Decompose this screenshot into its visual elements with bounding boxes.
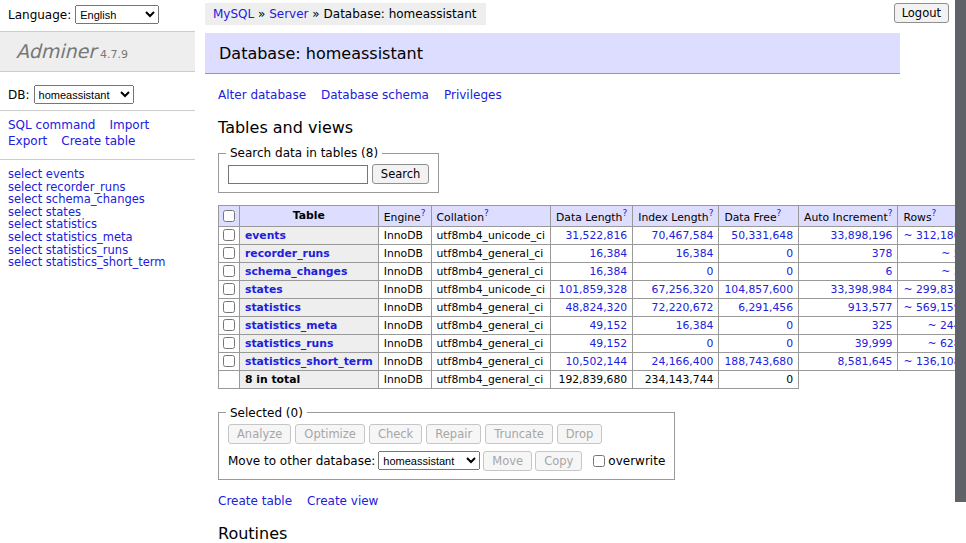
truncate-button[interactable]: Truncate bbox=[485, 424, 553, 444]
scrollbar-thumb[interactable] bbox=[955, 0, 966, 502]
rows-link[interactable]: ~ 569,159 bbox=[903, 301, 960, 314]
search-input[interactable] bbox=[228, 165, 368, 184]
index-length-link[interactable]: 67,256,320 bbox=[652, 283, 714, 296]
help-icon[interactable]: ? bbox=[622, 208, 627, 218]
db-select[interactable]: homeassistant bbox=[34, 85, 134, 104]
sidebar-action-create-table[interactable]: Create table bbox=[61, 134, 135, 148]
row-checkbox[interactable] bbox=[223, 265, 235, 277]
link-privileges[interactable]: Privileges bbox=[444, 88, 502, 102]
repair-button[interactable]: Repair bbox=[426, 424, 481, 444]
data-free-link[interactable]: 0 bbox=[786, 319, 793, 332]
index-length-link[interactable]: 16,384 bbox=[676, 247, 714, 260]
data-free-link[interactable]: 0 bbox=[786, 265, 793, 278]
row-checkbox[interactable] bbox=[223, 301, 235, 313]
help-icon[interactable]: ? bbox=[709, 208, 714, 218]
help-icon[interactable]: ? bbox=[888, 208, 893, 218]
page-title: Database: homeassistant bbox=[205, 33, 900, 74]
data-length-link[interactable]: 31,522,816 bbox=[565, 229, 627, 242]
row-checkbox[interactable] bbox=[223, 229, 235, 241]
table-link-recorder-runs[interactable]: recorder_runs bbox=[245, 247, 330, 260]
data-length-link[interactable]: 49,152 bbox=[589, 319, 627, 332]
breadcrumb-link-mysql[interactable]: MySQL bbox=[213, 7, 254, 21]
index-length-link[interactable]: 0 bbox=[707, 265, 714, 278]
select-all-checkbox[interactable] bbox=[223, 210, 235, 222]
sidebar-actions: SQL commandImportExportCreate table bbox=[0, 111, 195, 153]
app-name[interactable]: Adminer bbox=[16, 40, 96, 62]
data-free-link[interactable]: 188,743,680 bbox=[724, 355, 793, 368]
help-icon[interactable]: ? bbox=[484, 208, 489, 218]
data-free-link[interactable]: 50,331,648 bbox=[731, 229, 793, 242]
breadcrumb-link-server[interactable]: Server bbox=[269, 7, 308, 21]
table-link-events[interactable]: events bbox=[245, 229, 286, 242]
logout-button[interactable]: Logout bbox=[894, 3, 949, 23]
data-length-link[interactable]: 49,152 bbox=[589, 337, 627, 350]
auto-increment-link[interactable]: 8,581,645 bbox=[837, 355, 892, 368]
index-length-link[interactable]: 70,467,584 bbox=[652, 229, 714, 242]
drop-button[interactable]: Drop bbox=[557, 424, 603, 444]
data-free-link[interactable]: 0 bbox=[786, 247, 793, 260]
rows-link[interactable]: ~ 136,108 bbox=[903, 355, 960, 368]
index-length-link[interactable]: 0 bbox=[707, 337, 714, 350]
index-length-link[interactable]: 72,220,672 bbox=[652, 301, 714, 314]
optimize-button[interactable]: Optimize bbox=[295, 424, 365, 444]
row-checkbox[interactable] bbox=[223, 355, 235, 367]
rows-link[interactable]: ~ 299,833 bbox=[903, 283, 960, 296]
sidebar-select-statistics-short-term[interactable]: select statistics_short_term bbox=[8, 256, 195, 269]
table-link-states[interactable]: states bbox=[245, 283, 283, 296]
auto-increment-link[interactable]: 378 bbox=[872, 247, 893, 260]
auto-increment-link[interactable]: 6 bbox=[886, 265, 893, 278]
copy-button[interactable]: Copy bbox=[535, 451, 582, 471]
data-length-link[interactable]: 48,824,320 bbox=[565, 301, 627, 314]
total-data-length: 192,839,680 bbox=[550, 370, 632, 388]
selected-legend: Selected (0) bbox=[226, 406, 307, 420]
help-icon[interactable]: ? bbox=[421, 208, 426, 218]
engine-cell: InnoDB bbox=[378, 352, 431, 370]
search-button[interactable]: Search bbox=[372, 164, 430, 184]
table-link-statistics-short-term[interactable]: statistics_short_term bbox=[245, 355, 373, 368]
link-alter-database[interactable]: Alter database bbox=[218, 88, 306, 102]
data-free-link[interactable]: 6,291,456 bbox=[738, 301, 793, 314]
data-length-link[interactable]: 101,859,328 bbox=[559, 283, 628, 296]
table-link-schema-changes[interactable]: schema_changes bbox=[245, 265, 347, 278]
help-icon[interactable]: ? bbox=[932, 208, 937, 218]
help-icon[interactable]: ? bbox=[777, 208, 782, 218]
check-button[interactable]: Check bbox=[369, 424, 422, 444]
overwrite-checkbox[interactable] bbox=[593, 455, 605, 467]
data-length-link[interactable]: 16,384 bbox=[589, 265, 627, 278]
auto-increment-link[interactable]: 33,398,984 bbox=[831, 283, 893, 296]
data-length-link[interactable]: 16,384 bbox=[589, 247, 627, 260]
move-database-select[interactable]: homeassistant bbox=[378, 451, 480, 470]
sidebar-select-schema-changes[interactable]: select schema_changes bbox=[8, 193, 195, 206]
total-empty-cell bbox=[219, 370, 240, 388]
sidebar-select-statistics-meta[interactable]: select statistics_meta bbox=[8, 231, 195, 244]
link-create-table[interactable]: Create table bbox=[218, 494, 292, 508]
analyze-button[interactable]: Analyze bbox=[228, 424, 291, 444]
overwrite-option[interactable]: overwrite bbox=[589, 454, 665, 468]
auto-increment-link[interactable]: 39,999 bbox=[855, 337, 893, 350]
index-length-link[interactable]: 16,384 bbox=[676, 319, 714, 332]
table-link-statistics[interactable]: statistics bbox=[245, 301, 301, 314]
sidebar-action-export[interactable]: Export bbox=[8, 134, 47, 148]
table-link-statistics-meta[interactable]: statistics_meta bbox=[245, 319, 337, 332]
sidebar-action-sql-command[interactable]: SQL command bbox=[8, 118, 95, 132]
auto-increment-link[interactable]: 325 bbox=[872, 319, 893, 332]
data-length-link[interactable]: 10,502,144 bbox=[565, 355, 627, 368]
engine-cell: InnoDB bbox=[378, 244, 431, 262]
table-link-statistics-runs[interactable]: statistics_runs bbox=[245, 337, 333, 350]
row-checkbox[interactable] bbox=[223, 319, 235, 331]
language-select[interactable]: English bbox=[75, 5, 159, 24]
row-checkbox[interactable] bbox=[223, 337, 235, 349]
auto-increment-link[interactable]: 913,577 bbox=[848, 301, 893, 314]
rows-link[interactable]: ~ 312,180 bbox=[903, 229, 960, 242]
data-free-link[interactable]: 104,857,600 bbox=[724, 283, 793, 296]
auto-increment-link[interactable]: 33,898,196 bbox=[831, 229, 893, 242]
row-checkbox[interactable] bbox=[223, 247, 235, 259]
index-length-link[interactable]: 24,166,400 bbox=[652, 355, 714, 368]
link-database-schema[interactable]: Database schema bbox=[321, 88, 429, 102]
move-button[interactable]: Move bbox=[483, 451, 532, 471]
sidebar-action-import[interactable]: Import bbox=[109, 118, 149, 132]
row-checkbox[interactable] bbox=[223, 283, 235, 295]
sidebar-select-events[interactable]: select events bbox=[8, 168, 195, 181]
link-create-view[interactable]: Create view bbox=[307, 494, 378, 508]
data-free-link[interactable]: 0 bbox=[786, 337, 793, 350]
